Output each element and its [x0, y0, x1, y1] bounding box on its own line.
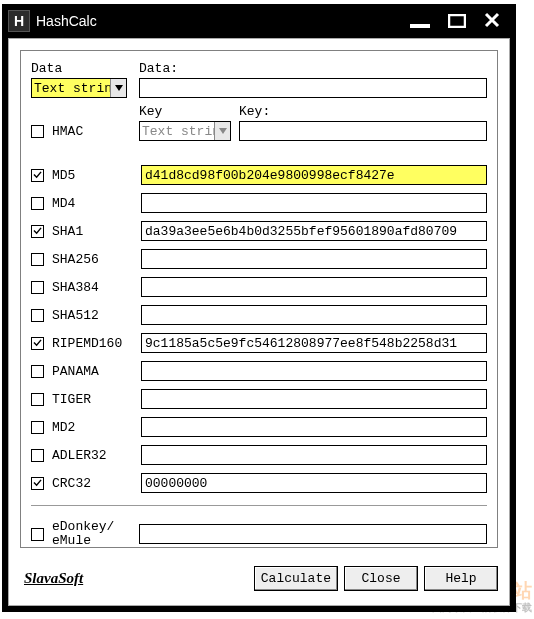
- hash-row: SHA256: [31, 245, 487, 273]
- hash-label: ADLER32: [52, 448, 107, 463]
- hash-row: MD4: [31, 189, 487, 217]
- client-area: www.DuoTe.com Data Data: Text strin: [8, 38, 510, 606]
- hash-label: MD4: [52, 196, 75, 211]
- hash-output[interactable]: 9c1185a5c5e9fc54612808977ee8f548b2258d31: [141, 333, 487, 353]
- hash-row: TIGER: [31, 385, 487, 413]
- edonkey-row: eDonkey/ eMule: [31, 516, 487, 552]
- data-label: Data: [31, 61, 62, 76]
- hmac-label: HMAC: [52, 124, 83, 139]
- chevron-down-icon: [110, 79, 126, 97]
- hash-checkbox[interactable]: [31, 281, 44, 294]
- hash-row: SHA512: [31, 301, 487, 329]
- hmac-checkbox[interactable]: [31, 125, 44, 138]
- hash-checkbox[interactable]: [31, 309, 44, 322]
- hash-label: SHA256: [52, 252, 99, 267]
- hash-checkbox[interactable]: [31, 393, 44, 406]
- key-label: Key: [139, 104, 162, 119]
- hash-label: SHA384: [52, 280, 99, 295]
- hash-checkbox[interactable]: [31, 421, 44, 434]
- hash-output[interactable]: d41d8cd98f00b204e9800998ecf8427e: [141, 165, 487, 185]
- hash-output[interactable]: [141, 417, 487, 437]
- hash-checkbox[interactable]: [31, 253, 44, 266]
- key-input[interactable]: [239, 121, 487, 141]
- hash-label: MD5: [52, 168, 75, 183]
- minimize-icon[interactable]: [410, 11, 430, 31]
- hash-row: CRC3200000000: [31, 469, 487, 497]
- hash-output[interactable]: [141, 193, 487, 213]
- main-panel: Data Data: Text strin: [20, 50, 498, 548]
- hash-label: RIPEMD160: [52, 336, 122, 351]
- hash-output[interactable]: 00000000: [141, 473, 487, 493]
- app-window: H HashCalc www.DuoTe.com Data Data:: [2, 4, 516, 612]
- chevron-down-icon: [214, 122, 230, 140]
- data-format-select[interactable]: Text strin: [31, 78, 127, 98]
- hash-row: RIPEMD1609c1185a5c5e9fc54612808977ee8f54…: [31, 329, 487, 357]
- hash-row: ADLER32: [31, 441, 487, 469]
- window-title: HashCalc: [36, 13, 410, 29]
- hash-checkbox[interactable]: [31, 477, 44, 490]
- brand-link[interactable]: SlavaSoft: [20, 570, 248, 587]
- hash-output[interactable]: [141, 249, 487, 269]
- hash-checkbox[interactable]: [31, 197, 44, 210]
- hash-label: CRC32: [52, 476, 91, 491]
- hash-row: PANAMA: [31, 357, 487, 385]
- maximize-icon[interactable]: [448, 11, 466, 31]
- hash-output[interactable]: [141, 277, 487, 297]
- hash-label: PANAMA: [52, 364, 99, 379]
- svg-rect-1: [449, 15, 465, 27]
- hash-row: MD2: [31, 413, 487, 441]
- close-icon[interactable]: [484, 11, 500, 31]
- app-icon: H: [8, 10, 30, 32]
- key-format-select[interactable]: Text strin: [139, 121, 231, 141]
- hash-checkbox[interactable]: [31, 225, 44, 238]
- bottom-bar: SlavaSoft Calculate Close Help: [20, 558, 498, 598]
- hash-list: MD5d41d8cd98f00b204e9800998ecf8427eMD4SH…: [31, 161, 487, 497]
- hash-checkbox[interactable]: [31, 337, 44, 350]
- edonkey-output[interactable]: [139, 524, 487, 544]
- key-colon-label: Key:: [239, 104, 270, 119]
- help-button[interactable]: Help: [424, 566, 498, 591]
- edonkey-label: eDonkey/ eMule: [52, 520, 114, 549]
- calculate-button[interactable]: Calculate: [254, 566, 338, 591]
- separator: [31, 505, 487, 506]
- hash-checkbox[interactable]: [31, 365, 44, 378]
- hash-checkbox[interactable]: [31, 449, 44, 462]
- hash-output[interactable]: [141, 389, 487, 409]
- titlebar[interactable]: H HashCalc: [2, 4, 516, 38]
- hash-label: MD2: [52, 420, 75, 435]
- hash-output[interactable]: [141, 305, 487, 325]
- hash-label: SHA1: [52, 224, 83, 239]
- hash-output[interactable]: da39a3ee5e6b4b0d3255bfef95601890afd80709: [141, 221, 487, 241]
- svg-rect-0: [410, 24, 430, 28]
- hash-row: MD5d41d8cd98f00b204e9800998ecf8427e: [31, 161, 487, 189]
- data-input[interactable]: [139, 78, 487, 98]
- hash-row: SHA1da39a3ee5e6b4b0d3255bfef95601890afd8…: [31, 217, 487, 245]
- hash-label: SHA512: [52, 308, 99, 323]
- close-button[interactable]: Close: [344, 566, 418, 591]
- hash-checkbox[interactable]: [31, 169, 44, 182]
- data-colon-label: Data:: [139, 61, 178, 76]
- hash-label: TIGER: [52, 392, 91, 407]
- hash-output[interactable]: [141, 445, 487, 465]
- hash-output[interactable]: [141, 361, 487, 381]
- edonkey-checkbox[interactable]: [31, 528, 44, 541]
- hash-row: SHA384: [31, 273, 487, 301]
